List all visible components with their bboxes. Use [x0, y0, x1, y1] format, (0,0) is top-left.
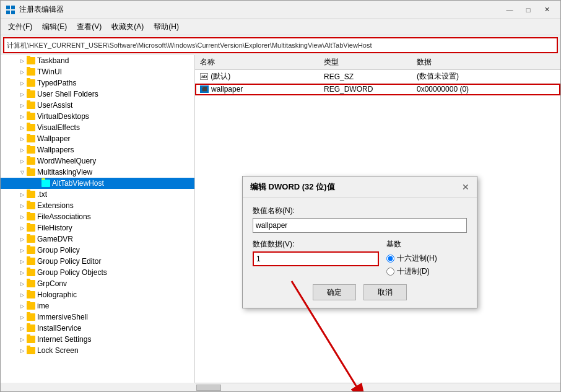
- tree-label: Holographic: [37, 290, 77, 299]
- folder-icon: [27, 235, 35, 243]
- folder-icon: [27, 57, 35, 64]
- expand-icon: ▷: [18, 134, 27, 143]
- cancel-button[interactable]: 取消: [363, 284, 407, 300]
- dword-edit-dialog: 编辑 DWORD (32 位)值 ✕ 数值名称(N): 数值数据(V):: [242, 176, 477, 308]
- folder-icon: [27, 246, 35, 254]
- tree-item-alttabviewhost[interactable]: AltTabViewHost: [1, 178, 194, 189]
- horizontal-scrollbar[interactable]: [195, 383, 560, 391]
- table-row-wallpaper[interactable]: ⬛ wallpaper REG_DWORD 0x00000000 (0): [195, 84, 560, 95]
- reg-name-cell: ⬛ wallpaper: [195, 84, 319, 95]
- expand-icon: ▷: [18, 313, 27, 321]
- scrollbar-thumb[interactable]: [196, 385, 221, 391]
- expand-icon: ▷: [18, 112, 27, 121]
- radio-hex[interactable]: 十六进制(H): [386, 253, 467, 264]
- tree-item-taskband[interactable]: ▷ Taskband: [1, 55, 194, 66]
- menu-favorites[interactable]: 收藏夹(A): [107, 20, 149, 33]
- tree-item-immersiveshell[interactable]: ▷ ImmersiveShell: [1, 311, 194, 323]
- expand-icon: ▷: [18, 68, 27, 76]
- tree-item-installservice[interactable]: ▷ InstallService: [1, 323, 194, 334]
- tree-label: TypedPaths: [37, 79, 76, 87]
- tree-item-virtualdesktops[interactable]: ▷ VirtualDesktops: [1, 111, 194, 122]
- tree-item-grouppolicy[interactable]: ▷ Group Policy: [1, 245, 194, 256]
- expand-icon: ▷: [18, 257, 27, 266]
- tree-item-visualeffects[interactable]: ▷ VisualEffects: [1, 122, 194, 133]
- tree-item-grpconv[interactable]: ▷ GrpConv: [1, 278, 194, 289]
- value-base-row: 数值数据(V): 基数 十六进制(H): [253, 239, 467, 277]
- tree-item-internetsettings[interactable]: ▷ Internet Settings: [1, 334, 194, 345]
- tree-item-grouppolicyeditor[interactable]: ▷ Group Policy Editor: [1, 256, 194, 267]
- tree-item-fileassociations[interactable]: ▷ FileAssociations: [1, 211, 194, 222]
- expand-icon: ▷: [18, 79, 27, 87]
- table-row[interactable]: ab (默认) REG_SZ (数值未设置): [195, 70, 560, 84]
- svg-rect-0: [6, 6, 10, 9]
- tree-item-lockscreen[interactable]: ▷ Lock Screen: [1, 345, 194, 356]
- content-area: ▷ Taskband ▷ TWinUI ▷ TypedPaths ▷: [1, 55, 560, 391]
- tree-item-twinui[interactable]: ▷ TWinUI: [1, 66, 194, 77]
- tree-item-usershellfolders[interactable]: ▷ User Shell Folders: [1, 89, 194, 100]
- col-data: 数据: [412, 55, 560, 70]
- tree-item-userassist[interactable]: ▷ UserAssist: [1, 100, 194, 111]
- tree-label: ImmersiveShell: [37, 313, 88, 321]
- tree-item-ime[interactable]: ▷ ime: [1, 300, 194, 311]
- expand-icon: ▽: [18, 168, 27, 176]
- tree-item-holographic[interactable]: ▷ Holographic: [1, 289, 194, 300]
- radio-hex-input[interactable]: [386, 255, 394, 263]
- maximize-button[interactable]: □: [520, 3, 537, 17]
- dialog-title-bar: 编辑 DWORD (32 位)值 ✕: [243, 176, 477, 198]
- tree-label: ime: [37, 302, 49, 310]
- menu-file[interactable]: 文件(F): [3, 20, 37, 33]
- svg-rect-2: [6, 11, 10, 14]
- expand-icon: ▷: [18, 123, 27, 132]
- address-bar[interactable]: 计算机\HKEY_CURRENT_USER\Software\Microsoft…: [3, 37, 558, 53]
- name-field-input[interactable]: [253, 218, 467, 233]
- name-field-group: 数值名称(N):: [253, 206, 467, 233]
- minimize-button[interactable]: —: [501, 3, 518, 17]
- tree-label: FileHistory: [37, 224, 72, 232]
- expand-icon: ▷: [18, 101, 27, 110]
- tree-item-grouppolicyobjects[interactable]: ▷ Group Policy Objects: [1, 267, 194, 278]
- tree-label: Group Policy Objects: [37, 268, 107, 277]
- ok-button[interactable]: 确定: [313, 284, 356, 300]
- tree-label: Group Policy: [37, 246, 80, 255]
- dialog-body: 数值名称(N): 数值数据(V): 基数: [243, 198, 477, 308]
- tree-item-wallpaper[interactable]: ▷ Wallpaper: [1, 133, 194, 144]
- tree-item-gamedvr[interactable]: ▷ GameDVR: [1, 233, 194, 245]
- tree-label: AltTabViewHost: [52, 179, 104, 188]
- tree-item-typedpaths[interactable]: ▷ TypedPaths: [1, 77, 194, 89]
- title-bar: 注册表编辑器 — □ ✕: [1, 1, 560, 19]
- expand-icon: [33, 179, 41, 188]
- tree-item-wordwheelquery[interactable]: ▷ WordWheelQuery: [1, 155, 194, 167]
- tree-item-txt[interactable]: ▷ .txt: [1, 189, 194, 200]
- address-path: 计算机\HKEY_CURRENT_USER\Software\Microsoft…: [7, 41, 372, 50]
- value-field-input[interactable]: [253, 251, 379, 266]
- radio-dec[interactable]: 十进制(D): [386, 266, 467, 277]
- tree-item-filehistory[interactable]: ▷ FileHistory: [1, 222, 194, 233]
- reg-type-ab-icon: ab: [200, 73, 208, 80]
- menu-view[interactable]: 查看(V): [72, 20, 107, 33]
- tree-item-wallpapers[interactable]: ▷ Wallpapers: [1, 144, 194, 155]
- folder-icon: [27, 291, 35, 298]
- tree-item-multitaskingview[interactable]: ▽ MultitaskingView: [1, 167, 194, 178]
- tree-label: User Shell Folders: [37, 90, 98, 98]
- reg-type: REG_DWORD: [319, 84, 412, 95]
- dialog-close-button[interactable]: ✕: [462, 182, 469, 192]
- tree-item-extensions[interactable]: ▷ Extensions: [1, 200, 194, 211]
- radio-dec-input[interactable]: [386, 268, 394, 276]
- tree-label: MultitaskingView: [37, 168, 92, 176]
- reg-name-cell: ab (默认): [195, 70, 319, 84]
- value-section: 数值数据(V):: [253, 239, 379, 277]
- folder-icon: [27, 168, 35, 176]
- folder-icon: [27, 124, 35, 131]
- menu-help[interactable]: 帮助(H): [149, 20, 184, 33]
- tree-label: Lock Screen: [37, 346, 79, 355]
- close-button[interactable]: ✕: [538, 3, 555, 17]
- tree-label: InstallService: [37, 324, 81, 333]
- menu-bar: 文件(F) 编辑(E) 查看(V) 收藏夹(A) 帮助(H): [1, 19, 560, 35]
- expand-icon: ▷: [18, 190, 27, 199]
- menu-edit[interactable]: 编辑(E): [37, 20, 72, 33]
- tree-label: FileAssociations: [37, 212, 91, 221]
- folder-icon: [27, 213, 35, 220]
- tree-label: VirtualDesktops: [37, 112, 89, 121]
- tree-panel[interactable]: ▷ Taskband ▷ TWinUI ▷ TypedPaths ▷: [1, 55, 195, 383]
- registry-table: 名称 类型 数据 ab (默认): [195, 55, 560, 95]
